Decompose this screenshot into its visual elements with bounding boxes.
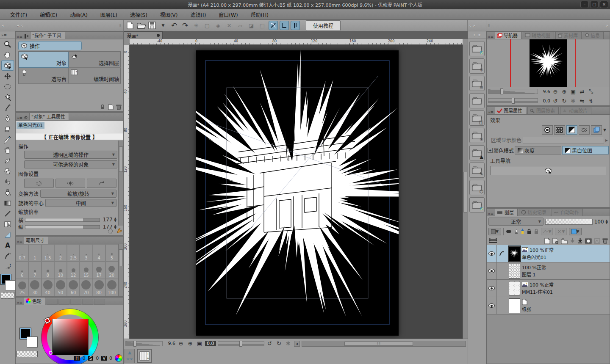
menu-动画[interactable]: 动画(A): [64, 10, 94, 19]
reset-defaults-icon[interactable]: [108, 228, 114, 234]
brush-size-1.5[interactable]: 1.5: [42, 244, 54, 262]
tab-导航器[interactable]: 导航器: [495, 31, 521, 39]
save-dropdown-icon[interactable]: ▼: [158, 21, 168, 30]
layer-thumbnail[interactable]: [509, 246, 520, 261]
brush-size-70[interactable]: 70: [80, 279, 92, 296]
effect-more-icon[interactable]: ▼: [603, 128, 606, 132]
subtool-item-3[interactable]: 透写台: [19, 68, 69, 84]
opacity-value[interactable]: 100: [594, 219, 604, 225]
preset-preview[interactable]: 单色闪光01: [16, 121, 123, 133]
color-wheel-tab[interactable]: 色轮: [24, 297, 45, 305]
blend-mode-dropdown[interactable]: 正常▼: [488, 218, 543, 226]
tool-correct-line-icon[interactable]: [1, 251, 14, 261]
tool-eraser-large-icon[interactable]: [1, 166, 14, 176]
subtool-item-4[interactable]: +编辑时间轴: [69, 68, 121, 84]
nav-reset-rotate-icon[interactable]: ✱: [569, 97, 577, 105]
deselect-icon[interactable]: ✳: [191, 21, 201, 30]
apply-mask-icon[interactable]: [594, 238, 600, 244]
zoom-slider[interactable]: [125, 341, 163, 346]
mat-prev-icon[interactable]: ‹: [469, 23, 471, 28]
tool-frame-border-icon[interactable]: [1, 219, 14, 229]
brush-size-100[interactable]: 100: [105, 279, 118, 296]
document-tab[interactable]: 漫画*: [124, 31, 163, 39]
reset-transform-button[interactable]: [24, 179, 54, 188]
tab-图层[interactable]: 图层: [495, 208, 518, 216]
material-folder-burst[interactable]: ✳: [469, 58, 485, 74]
scale-h-slider[interactable]: [25, 218, 100, 222]
material-folder-cube[interactable]: ⬡: [469, 180, 485, 195]
ruler-range-icon[interactable]: ▼: [555, 228, 567, 235]
transparent-color-swatch[interactable]: [17, 351, 38, 357]
brush-size-15[interactable]: 15: [80, 262, 92, 279]
color-slider-tab[interactable]: [47, 299, 58, 305]
grayscale-mode-button[interactable]: 灰度: [515, 146, 561, 154]
subtool-panel-tab[interactable]: "操作" 子工具: [30, 31, 65, 39]
panel-menu-icon[interactable]: »≡: [17, 35, 22, 39]
rotate-90-button[interactable]: [87, 179, 116, 188]
subtool-item-2[interactable]: 选择图层: [69, 52, 121, 68]
rotate-cw-icon[interactable]: ↻: [275, 340, 283, 347]
lock-subtool-icon[interactable]: [100, 104, 105, 110]
rotate-slider[interactable]: [218, 341, 264, 346]
selectable-object-dropdown[interactable]: 可供选择的对象▼: [24, 160, 117, 168]
scale-h-stepper[interactable]: ▲▼: [114, 217, 116, 222]
expression-color-expand-icon[interactable]: +: [488, 148, 493, 153]
mat-up-icon[interactable]: ‹: [473, 33, 475, 37]
brush-size-5[interactable]: 5: [105, 244, 118, 262]
menu-视图[interactable]: 视图(V): [154, 10, 184, 19]
tool-auto-select-icon[interactable]: [1, 92, 14, 102]
crop-icon[interactable]: ▱: [236, 21, 245, 30]
canvas-page[interactable]: [196, 50, 399, 336]
tool-airbrush-icon[interactable]: [1, 145, 14, 155]
opacity-stepper[interactable]: ▲▼: [606, 219, 608, 224]
brush-size-10[interactable]: 10: [54, 262, 67, 279]
hsv-mode-icon[interactable]: [115, 354, 122, 362]
brush-size-scrollbar[interactable]: [118, 244, 123, 296]
sv-square[interactable]: [52, 319, 89, 355]
navigator-preview[interactable]: [487, 39, 610, 87]
area-color-field[interactable]: [523, 137, 604, 143]
brush-size-7[interactable]: 7: [28, 262, 41, 279]
brush-size-80[interactable]: 80: [93, 279, 105, 296]
reference-layer-icon[interactable]: [514, 229, 518, 234]
tab-自动动作[interactable]: 自动动作: [552, 208, 583, 216]
layer-row-MM11-住宅01[interactable]: 100 %正常MM11-住宅01: [487, 280, 610, 297]
close-button[interactable]: ✕: [600, 1, 608, 8]
tab-历史记录[interactable]: 历史记录: [519, 208, 550, 216]
brush-size-60[interactable]: 60: [67, 279, 80, 296]
layer-thumbnail[interactable]: [509, 264, 520, 279]
open-file-icon[interactable]: [136, 21, 146, 30]
brush-size-tab[interactable]: 笔刷尺寸: [24, 236, 48, 244]
tone-quick-icon[interactable]: [506, 229, 512, 234]
menu-图层[interactable]: 图层(L): [94, 10, 123, 19]
menu-选择[interactable]: 选择(S): [124, 10, 153, 19]
reset-rotate-icon[interactable]: ✱: [285, 340, 292, 347]
brush-size-1[interactable]: 1: [28, 244, 41, 262]
title-bar[interactable]: 漫画* (A4 210.00 x 297.00mm 装订大小:B5 纸 182.…: [0, 0, 610, 9]
transfer-down-icon[interactable]: [570, 238, 575, 244]
layer-row-图层 1[interactable]: 100 %正常图层 1: [487, 262, 610, 280]
material-folder-pen[interactable]: ✎: [469, 163, 485, 178]
panel-menu-icon[interactable]: »≡: [17, 240, 22, 244]
brush-size-17[interactable]: 17: [93, 262, 105, 279]
layer-select-filter[interactable]: ▼: [488, 228, 501, 235]
redo-icon[interactable]: ↷: [180, 21, 190, 30]
transparent-color-swatch[interactable]: [1, 292, 14, 299]
select-icon[interactable]: ▢: [202, 21, 212, 30]
tool-navigation-button[interactable]: [490, 166, 606, 175]
history-color-tab[interactable]: [94, 299, 105, 305]
menu-帮助[interactable]: 帮助(H): [245, 10, 274, 19]
opacity-slider[interactable]: [545, 219, 593, 225]
flip-horizontal-icon[interactable]: ⇄: [578, 88, 586, 95]
tool-text-icon[interactable]: A: [1, 240, 14, 251]
tool-hand-icon[interactable]: [1, 50, 14, 60]
rotate-ccw-icon[interactable]: ↺: [266, 340, 274, 347]
transparent-area-dropdown[interactable]: 透明区域的操作▼: [24, 151, 117, 159]
nav-zoom-in-icon[interactable]: ⊕: [560, 88, 568, 95]
new-subtool-icon[interactable]: [108, 104, 114, 110]
delete-layer-icon[interactable]: [602, 238, 608, 244]
material-folder-panel[interactable]: ◫: [469, 110, 485, 126]
material-folder-download[interactable]: ✕: [469, 197, 485, 212]
invert-selection-icon[interactable]: ◈: [214, 21, 223, 30]
delete-subtool-icon[interactable]: [116, 104, 122, 110]
